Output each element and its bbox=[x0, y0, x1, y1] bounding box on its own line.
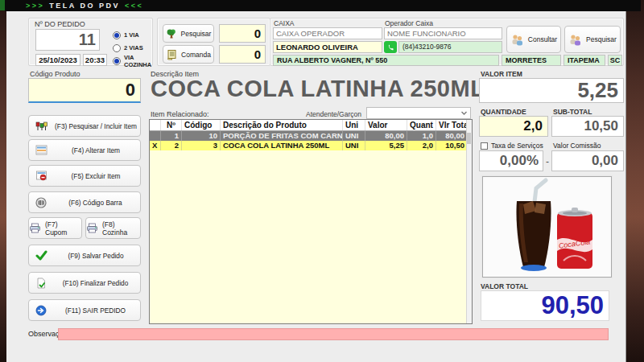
radio-2-vias-dot[interactable] bbox=[113, 44, 121, 52]
taxa-servicos-label: Taxa de Serviços bbox=[491, 142, 543, 150]
row-selector-cell bbox=[150, 131, 161, 141]
row-uni-cell: UNI bbox=[343, 141, 365, 150]
codigo-produto-input[interactable]: 0 bbox=[28, 78, 141, 103]
f3-pesquisar-incluir-item-button[interactable]: (F3) Pesquisar / Incluir Item bbox=[28, 115, 141, 137]
f5-label: (F5) Excluir Item bbox=[52, 172, 140, 180]
valor-total-field: 90,50 bbox=[481, 290, 609, 321]
check-icon bbox=[35, 250, 47, 261]
edit-item-icon bbox=[35, 145, 47, 155]
item-relacionado-label: Item Relacionado: bbox=[151, 110, 209, 118]
subtotal-label: SUB-TOTAL bbox=[553, 108, 592, 116]
radio-1-via[interactable]: 1 VIA bbox=[113, 29, 152, 41]
row-descricao-cell: PORÇÃO DE FRITAS COM CARNE bbox=[221, 131, 343, 141]
pesquisar-cliente-button[interactable]: Pesquisar bbox=[564, 26, 621, 53]
f10-finalizar-pedido-button[interactable]: (F10) Finalizar Pedido bbox=[28, 272, 141, 294]
radio-1-via-label: 1 VIA bbox=[124, 31, 139, 39]
pedido-groupbox: Nº DO PEDIDO 11 25/10/2023 20:33 1 VIA 2… bbox=[28, 18, 153, 66]
pesquisar-comanda-label: Pesquisar bbox=[181, 30, 212, 38]
operador-input[interactable] bbox=[384, 27, 502, 39]
f6-label: (F6) Código Barra bbox=[51, 199, 140, 207]
radio-2-vias[interactable]: 2 VIAS bbox=[113, 42, 152, 54]
row-num-cell: 1 bbox=[161, 131, 182, 141]
valor-item-field: 5,25 bbox=[479, 78, 624, 103]
valor-comissao-field: 0,00 bbox=[551, 150, 624, 171]
tree-icon bbox=[166, 28, 177, 39]
caixa-groupbox: CAIXA Operador Caixa LEONARDO OLIVEIRA (… bbox=[270, 18, 624, 66]
f9-salvar-pedido-button[interactable]: (F9) Salvar Pedido bbox=[28, 245, 141, 266]
document-check-icon bbox=[35, 278, 47, 289]
radio-via-cozinha-label: VIA COZINHA bbox=[124, 54, 152, 68]
f4-alterar-item-button[interactable]: (F4) Alterar Item bbox=[28, 139, 141, 161]
f8-cozinha-button[interactable]: (F8) Cozinha bbox=[85, 217, 141, 239]
header-uni: Uni bbox=[343, 120, 365, 130]
comissao-dash: - bbox=[546, 156, 549, 167]
whatsapp-icon bbox=[384, 41, 397, 53]
row-uni-cell: UNI bbox=[343, 131, 365, 141]
valor-total-label: VALOR TOTAL bbox=[481, 282, 528, 290]
taxa-servicos-checkbox-row[interactable]: Taxa de Serviços bbox=[481, 142, 543, 150]
f10-label: (F10) Finalizar Pedido bbox=[51, 279, 140, 287]
table-scrollbar-thumb[interactable] bbox=[467, 133, 471, 144]
f5-excluir-item-button[interactable]: (F5) Excluir Item bbox=[28, 165, 141, 187]
table-header-row: Nº Código Descrição do Produto Uni Valor… bbox=[150, 120, 472, 131]
radio-1-via-dot[interactable] bbox=[113, 31, 121, 39]
consultar-label: Consultar bbox=[528, 35, 557, 43]
cliente-field[interactable]: LEONARDO OLIVEIRA bbox=[273, 41, 382, 53]
valor-item-label: VALOR ITEM bbox=[481, 70, 522, 78]
atendente-label: Atendente/Garçon bbox=[306, 110, 361, 118]
table-row[interactable]: 1 10 PORÇÃO DE FRITAS COM CARNE UNI 80,0… bbox=[150, 131, 472, 141]
comanda-valor-field[interactable]: 0 bbox=[219, 45, 266, 64]
atendente-dropdown[interactable] bbox=[366, 107, 471, 119]
header-selector bbox=[150, 120, 161, 130]
printer-icon bbox=[86, 223, 98, 233]
observacoes-input[interactable] bbox=[58, 328, 609, 340]
quantidade-input[interactable]: 2,0 bbox=[479, 116, 548, 137]
header-vlr-total: Vlr Total bbox=[436, 120, 468, 130]
endereco-field: RUA ALBERTO VAGNER, Nº 550 bbox=[273, 55, 499, 66]
radio-2-vias-label: 2 VIAS bbox=[124, 44, 143, 51]
itens-table: Nº Código Descrição do Produto Uni Valor… bbox=[149, 119, 473, 324]
taxa-percentual-field: 0,00% bbox=[479, 150, 543, 171]
codigo-produto-label: Código Produto bbox=[30, 70, 80, 78]
caixa-input[interactable] bbox=[273, 27, 382, 39]
pedido-hora-field: 20:33 bbox=[83, 54, 107, 66]
printer-icon bbox=[29, 223, 41, 233]
caixa-label: CAIXA bbox=[274, 19, 295, 27]
row-valor-cell: 80,00 bbox=[365, 131, 407, 141]
row-selector-cell: X bbox=[150, 141, 161, 150]
uf-field: SC bbox=[608, 55, 622, 66]
comanda-button[interactable]: Comanda bbox=[163, 45, 214, 64]
telefone-field: (84)43210-9876 bbox=[398, 41, 502, 53]
table-row[interactable]: X 2 3 COCA COLA LATINHA 250ML UNI 5,25 2… bbox=[150, 141, 472, 150]
cidade-field: ITAPEMA bbox=[564, 55, 605, 66]
valor-comissao-label: Valor Comissão bbox=[553, 142, 601, 150]
row-descricao-cell: COCA COLA LATINHA 250ML bbox=[221, 141, 343, 150]
quantidade-label: QUANTIDADE bbox=[481, 108, 526, 116]
row-quant-cell: 2,0 bbox=[407, 141, 436, 150]
row-total-cell: 80,00 bbox=[436, 131, 468, 141]
f6-codigo-barra-button[interactable]: (F6) Código Barra bbox=[28, 191, 141, 213]
f11-sair-pedido-button[interactable]: (F11) SAIR PEDIDO bbox=[28, 299, 141, 321]
barcode-icon bbox=[35, 197, 47, 208]
pesquisar-comanda-button[interactable]: Pesquisar bbox=[163, 24, 214, 43]
f7-cupom-button[interactable]: (F7) Cupom bbox=[28, 217, 82, 239]
header-valor: Valor bbox=[365, 120, 407, 130]
taxa-servicos-checkbox[interactable] bbox=[481, 142, 488, 150]
table-scrollbar[interactable] bbox=[466, 120, 472, 323]
row-total-cell: 10,50 bbox=[436, 141, 468, 150]
bairro-field: MORRETES bbox=[502, 55, 561, 66]
row-codigo-cell: 3 bbox=[182, 141, 221, 150]
row-quant-cell: 1,0 bbox=[407, 131, 436, 141]
pedido-data-field: 25/10/2023 bbox=[35, 54, 80, 66]
f3-label: (F3) Pesquisar / Incluir Item bbox=[52, 122, 140, 130]
header-num: Nº bbox=[161, 120, 182, 130]
titlebar-left-arrows: >>> bbox=[26, 2, 44, 10]
people-icon bbox=[568, 34, 582, 46]
header-codigo: Código bbox=[182, 120, 221, 130]
radio-via-cozinha-dot[interactable] bbox=[113, 57, 121, 65]
titlebar-right-arrows: <<< bbox=[125, 2, 143, 10]
header-descricao: Descrição do Produto bbox=[221, 120, 343, 130]
pesquisa-valor-field[interactable]: 0 bbox=[219, 24, 266, 43]
radio-via-cozinha[interactable]: VIA COZINHA bbox=[113, 55, 152, 67]
consultar-cliente-button[interactable]: Consultar bbox=[506, 26, 561, 53]
